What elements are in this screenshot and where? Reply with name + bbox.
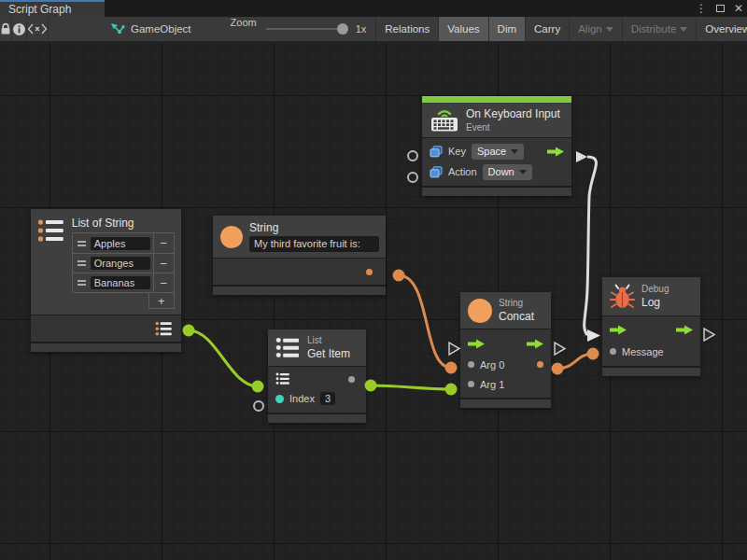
lock-icon [0,22,11,35]
concat-result-port[interactable] [552,363,564,375]
chevron-down-icon [606,27,613,32]
code-icon [27,23,48,35]
graph-toolbar: GameObject Zoom 1x Relations Values Dim … [0,17,747,42]
toolbar-button-relations[interactable]: Relations [375,17,438,41]
info-icon [12,22,26,36]
getitem-output-port[interactable] [365,380,377,392]
script-machine-icon [110,22,125,35]
log-flow-out-port[interactable] [704,329,714,341]
string-output-port[interactable] [393,270,405,282]
concat-arg0-port[interactable] [445,362,458,374]
window-tab-strip: Script Graph ⋮ ✕ [0,0,747,17]
graph-owner-label: GameObject [131,23,191,35]
keyboard-flow-out-port[interactable] [576,151,587,162]
tab-title: Script Graph [8,3,71,16]
wire-list-to-getitem[interactable] [189,330,258,386]
zoom-slider[interactable] [266,28,348,30]
window-controls: ⋮ ✕ [696,0,743,17]
window-menu-icon[interactable]: ⋮ [696,0,707,17]
unity-visual-scripting-window: Script Graph ⋮ ✕ [0,0,747,560]
getitem-list-in-port[interactable] [252,381,264,393]
zoom-value: 1x [356,23,367,35]
graph-canvas[interactable]: On Keyboard Input Event Key Space [0,42,747,560]
concat-flow-out-port[interactable] [555,343,565,355]
concat-flow-in-port[interactable] [449,343,459,355]
lock-button[interactable] [0,17,12,41]
graph-owner[interactable]: GameObject [97,17,204,41]
tab-script-graph[interactable]: Script Graph [0,0,105,17]
list-output-port[interactable] [183,325,195,337]
toolbar-button-dim[interactable]: Dim [488,17,525,41]
zoom-label: Zoom [231,17,257,41]
wire-string-to-concat[interactable] [399,275,451,368]
zoom-slider-handle[interactable] [337,23,348,35]
toolbar-button-overview[interactable]: Overview [696,17,747,41]
wire-getitem-to-concat[interactable] [371,385,451,389]
maximize-icon[interactable] [716,5,725,12]
info-button[interactable] [12,17,27,41]
log-message-port[interactable] [587,348,599,360]
chevron-down-icon [680,27,687,32]
toolbar-button-align[interactable]: Align [569,17,622,41]
wire-event-to-log[interactable] [585,157,597,335]
close-icon[interactable]: ✕ [734,0,743,17]
toolbar-button-values[interactable]: Values [438,17,487,41]
keyboard-action-port[interactable] [408,173,417,182]
keyboard-key-port[interactable] [408,151,417,161]
getitem-index-port[interactable] [254,401,263,411]
edit-graph-button[interactable] [27,17,49,41]
concat-arg1-port[interactable] [445,384,458,396]
toolbar-button-carry[interactable]: Carry [525,17,569,41]
log-flow-in-port[interactable] [587,329,600,342]
wire-overlay [0,42,747,560]
toolbar-button-distribute[interactable]: Distribute [622,17,697,41]
